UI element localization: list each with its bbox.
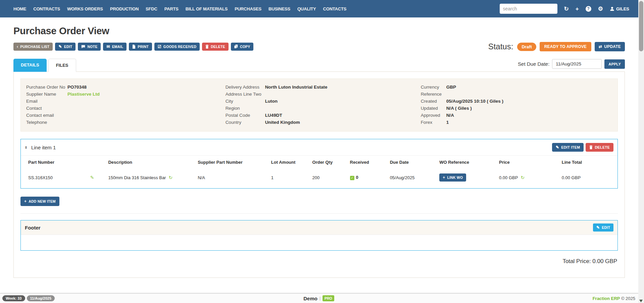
nav-item-parts[interactable]: PARTS [164,6,179,11]
col-description: Description [105,156,195,169]
help-icon[interactable]: ? [586,6,591,12]
page-title: Purchase Order View [13,26,625,37]
description-value: 150mm Dia 316 Stainless Bar [108,175,166,180]
plus-icon: + [24,199,27,203]
footer-panel-header: Footer ✎ EDIT [21,220,617,235]
plus-icon[interactable]: + [576,6,579,12]
delete-item-button[interactable]: DELETE [586,143,613,152]
details-column-address: Delivery AddressNorth Luton Industrial E… [226,84,421,126]
nav-item-purchases[interactable]: PURCHASES [235,6,261,11]
detail-row: Created05/Aug/2025 10:10 ( Giles ) [421,98,612,105]
nav-item-business[interactable]: BUSINESS [268,6,290,11]
nav-item-production[interactable]: PRODUCTION [110,6,139,11]
footer-panel: Footer ✎ EDIT [20,220,618,251]
nav-item-home[interactable]: HOME [13,6,26,11]
update-status-button[interactable]: ⇄ UPDATE [595,42,625,51]
purchase-order-no-value: PO70348 [67,84,87,91]
week-badge: Week: 33 [2,295,25,301]
tab-files[interactable]: FILES [48,59,76,72]
footer-panel-title: Footer [25,225,41,231]
link-wo-button[interactable]: + LINK WO [439,173,466,182]
supplier-name-link[interactable]: Plastiserve Ltd [67,91,100,98]
status-group: Status: Draft READY TO APPROVE ⇄ UPDATE [488,42,625,51]
edit-button[interactable]: ✎ EDIT [55,43,76,51]
envelope-icon: ✉ [106,45,110,49]
date-badge: 11/Aug/2025 [27,295,55,301]
delivery-address-value: North Luton Industrial Estate [265,84,328,91]
file-icon [132,45,136,49]
scrollbar-down-arrow-icon[interactable] [639,300,643,302]
goods-received-label: GOODS RECEIVED [163,45,196,49]
chevron-left-icon: ‹ [17,45,18,49]
bottom-status-bar: Week: 33 11/Aug/2025 Demo | PRO Fraction… [0,293,644,303]
detail-row: Forex1 [421,119,612,126]
nav-item-works-orders[interactable]: WORKS ORDERS [67,6,103,11]
search-input[interactable] [500,4,557,14]
detail-row: Address Line Two [226,91,421,98]
refresh-icon[interactable]: ↻ [564,6,569,12]
edit-footer-label: EDIT [602,225,610,230]
refresh-description-icon[interactable]: ↻ [168,175,172,180]
scrollbar-thumb[interactable] [639,1,643,51]
note-button[interactable]: NOTE [78,43,101,51]
main-menu: HOME CONTRACTS WORKS ORDERS PRODUCTION S… [13,6,346,11]
nav-item-contracts[interactable]: CONTRACTS [33,6,60,11]
edit-part-icon[interactable]: ✎ [90,175,94,180]
purchase-list-button[interactable]: ‹ PURCHASE LIST [13,43,53,51]
vertical-scrollbar[interactable] [638,0,644,303]
set-due-date-label: Set Due Date: [518,61,549,67]
add-new-item-button[interactable]: + ADD NEW ITEM [20,197,59,206]
postal-code-value: LU49DT [265,112,282,119]
part-number-cell: SS.316X150 ✎ [21,169,105,188]
nav-item-quality[interactable]: QUALITY [297,6,316,11]
pencil-icon: ✎ [596,225,600,230]
sort-handle-icon[interactable]: ▲▼ [25,146,27,149]
tab-details[interactable]: DETAILS [13,59,47,72]
detail-row: Region [226,105,421,112]
tab-strip: DETAILS FILES [13,59,76,72]
top-navbar: HOME CONTRACTS WORKS ORDERS PRODUCTION S… [0,0,644,17]
apply-button[interactable]: APPLY [604,59,625,69]
trash-icon [589,145,593,149]
ready-to-approve-button[interactable]: READY TO APPROVE [540,42,591,51]
received-check-icon[interactable]: ✓ [350,176,354,180]
email-button[interactable]: ✉ EMAIL [103,43,127,51]
created-value: 05/Aug/2025 10:10 ( Giles ) [446,98,503,105]
user-menu[interactable]: GILES [610,6,629,11]
nav-item-sfdc[interactable]: SFDC [146,6,157,11]
page-content: Purchase Order View ‹ PURCHASE LIST ✎ ED… [0,26,644,278]
copy-button[interactable]: COPY [231,43,254,51]
detail-label: Country [226,119,265,126]
detail-label: Postal Code [226,112,265,119]
edit-item-button[interactable]: ✎ EDIT ITEM [552,143,584,152]
detail-label: Purchase Order No [26,84,67,91]
part-number-value: SS.316X150 [28,175,53,180]
col-due-date: Due Date [387,156,437,169]
currency-value: GBP [446,84,456,91]
forex-value: 1 [446,119,449,126]
divider [20,213,618,214]
details-column-meta: CurrencyGBP Reference Created05/Aug/2025… [421,84,612,126]
received-cell: ✓0 [347,169,387,188]
detail-row: CityLuton [226,98,421,105]
copy-icon [234,45,238,49]
detail-row: CountryUnited Kingdom [226,119,421,126]
refresh-price-icon[interactable]: ↻ [521,175,525,180]
detail-label: Region [226,105,265,112]
pencil-icon: ✎ [58,45,62,49]
nav-item-contacts[interactable]: CONTACTS [323,6,347,11]
delete-button[interactable]: DELETE [202,43,229,51]
print-button[interactable]: PRINT [129,43,152,51]
edit-footer-button[interactable]: ✎ EDIT [593,223,613,232]
plus-icon: + [443,175,445,180]
nav-item-bill-of-materials[interactable]: BILL OF MATERIALS [186,6,228,11]
due-date-input[interactable] [552,59,602,69]
description-cell: 150mm Dia 316 Stainless Bar ↻ [105,169,195,188]
goods-received-button[interactable]: ☑ GOODS RECEIVED [154,43,200,51]
tabs-row: DETAILS FILES Set Due Date: APPLY [13,59,625,71]
line-total-cell: 0.00 GBP [559,169,617,188]
brand-link[interactable]: Fraction ERP [593,296,620,301]
note-label: NOTE [87,45,97,49]
gear-icon[interactable]: ⚙ [598,6,603,12]
set-due-date-group: Set Due Date: APPLY [518,59,625,69]
